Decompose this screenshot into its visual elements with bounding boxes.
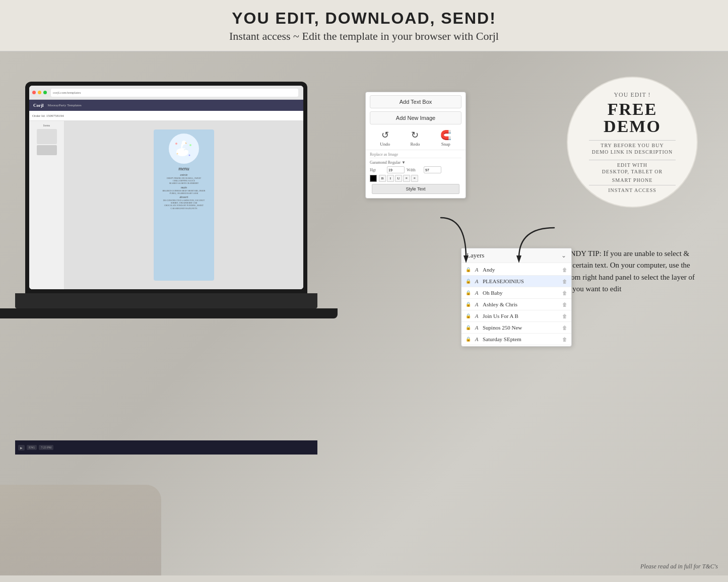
demo-you-edit: YOU EDIT ! [614,91,650,99]
demo-instant: INSTANT ACCESS [608,187,656,193]
handy-tip: HANDY TIP: If you are unable to select &… [559,248,700,295]
underline-button[interactable]: U [395,175,402,182]
panel-icons-row: ↺ Undo ↻ Redo 🧲 Snap [366,126,466,150]
snap-icon[interactable]: 🧲 [440,130,451,141]
undo-icon[interactable]: ↺ [381,130,389,141]
corjl-canvas-area[interactable]: menu entrée CRISPY PEKING DUCK ROLL, SWE… [64,121,303,289]
taskbar: ▶ ENG 7:23 PM [15,440,317,455]
add-new-image-button[interactable]: Add New Image [370,111,461,124]
snap-item: 🧲 Snap [440,130,451,147]
demo-free: FREE [608,101,657,118]
corjl-toolbar: Order Id: 1509758194 [29,111,303,121]
swan-circle [169,134,199,164]
panel-size-row: Hgt Wdth [370,166,461,173]
demo-link: DEMO LINK IN DESCRIPTION [592,149,673,155]
layer-delete-icon[interactable]: 🗑 [562,325,567,331]
layer-item-ashleychris[interactable]: 🔒 A Ashley & Chris 🗑 [461,299,571,310]
laptop-bottom [0,308,338,318]
redo-item: ↻ Redo [410,130,420,147]
demo-circle: YOU EDIT ! FREE DEMO TRY BEFORE YOU BUY … [567,77,698,208]
size-label: Hgt [370,168,385,172]
panel-editor-section: Replace as Image Garamond Regular ▼ Hgt … [366,150,466,198]
redo-icon[interactable]: ↻ [411,130,419,141]
layer-type-text: A [474,278,480,284]
layer-item-ohbaby[interactable]: 🔒 A Oh Baby 🗑 [461,287,571,299]
laptop-screen-inner: corjl.com/templates Corjl MoorayParty Te… [29,86,303,289]
italic-button[interactable]: I [387,175,394,182]
layer-lock-icon: 🔒 [466,313,471,318]
panel-color-row: B I U ≡ ≡ [370,175,461,182]
height-input[interactable] [387,166,405,173]
demo-divider-1 [589,140,676,141]
layer-name-ashleychris: Ashley & Chris [483,301,559,307]
browser-chrome: corjl.com/templates [29,86,303,100]
sidebar-thumbnail [37,129,57,144]
layer-lock-icon: 🔒 [466,302,471,307]
layer-delete-icon[interactable]: 🗑 [562,267,567,273]
hand-area [0,485,161,575]
layer-item-pleasejoin[interactable]: 🔒 A PLEASEJOINIUS 🗑 [461,276,571,287]
svg-marker-7 [464,255,469,263]
laptop-container: corjl.com/templates Corjl MoorayParty Te… [15,82,348,455]
layer-item-andy[interactable]: 🔒 A Andy 🗑 [461,264,571,276]
layer-name-ohbaby: Oh Baby [483,290,559,296]
handy-tip-text: HANDY TIP: If you are unable to select &… [559,249,695,293]
menu-dessert: dessert [180,196,188,199]
corjl-top-bar: Corjl MoorayParty Templates [29,100,303,111]
layer-delete-icon[interactable]: 🗑 [562,302,567,307]
bold-button[interactable]: B [379,175,386,182]
layer-lock-icon: 🔒 [466,267,471,272]
layer-lock-icon: 🔒 [466,325,471,330]
browser-dot-red[interactable] [32,91,36,94]
align-center-button[interactable]: ≡ [411,175,418,182]
corjl-logo: Corjl [33,103,44,108]
corjl-sidebar: Items [29,121,64,289]
layer-delete-icon[interactable]: 🗑 [562,290,567,296]
demo-divider-3 [589,185,676,185]
width-input[interactable] [424,166,441,173]
browser-dot-yellow[interactable] [38,91,41,94]
layer-type-text: A [474,336,480,342]
toolbar-item-file[interactable]: Order Id: 1509758194 [32,114,64,118]
layer-item-joinusforab[interactable]: 🔒 A Join Us For A B 🗑 [461,310,571,322]
layer-item-saturday[interactable]: 🔒 A Saturday SEptem 🗑 [461,334,571,345]
taskbar-item-1[interactable]: ▶ [18,445,25,450]
align-left-button[interactable]: ≡ [403,175,410,182]
browser-url-bar[interactable]: corjl.com/templates [51,89,298,97]
layer-delete-icon[interactable]: 🗑 [562,313,567,319]
layer-type-text: A [474,267,480,273]
menu-main-items: BRAISED GUINNESS BEEF SHORT RIB, ONIONPU… [162,189,205,195]
browser-dot-green[interactable] [43,91,47,94]
layer-item-supinos[interactable]: 🔒 A Supinos 250 New 🗑 [461,322,571,334]
laptop-base [15,293,317,308]
layers-chevron-icon[interactable]: ⌄ [561,252,566,260]
laptop-area: corjl.com/templates Corjl MoorayParty Te… [0,51,353,575]
layer-delete-icon[interactable]: 🗑 [562,279,567,284]
svg-point-4 [189,144,191,146]
layer-type-text: A [474,290,480,296]
laptop-screen: corjl.com/templates Corjl MoorayParty Te… [25,82,307,293]
style-text-button[interactable]: Style Text [372,184,459,194]
layer-lock-icon: 🔒 [466,337,471,342]
taskbar-item-2[interactable]: ENG [27,445,37,450]
panel-replace-image: Replace as Image [370,152,461,158]
layer-name-supinos: Supinos 250 New [483,325,559,331]
arrow-panel-to-layers [436,213,476,265]
menu-entree-items: CRISPY PEKING DUCK ROLL, SWEETCHILLI DIP… [167,177,202,185]
taskbar-item-time: 7:23 PM [39,445,53,450]
layer-name-andy: Andy [483,267,559,273]
format-buttons: B I U ≡ ≡ [379,175,418,182]
layer-name-pleasejoin: PLEASEJOINIUS [483,278,559,284]
sub-title: Instant access ~ Edit the template in yo… [0,30,728,43]
demo-try: TRY BEFORE YOU BUY [601,143,664,148]
demo-edit-with: EDIT WITH [617,162,647,168]
sidebar-item-small: Items [31,123,62,128]
main-title: YOU EDIT, DOWNLOAD, SEND! [0,9,728,28]
layer-type-text: A [474,325,480,331]
top-banner: YOU EDIT, DOWNLOAD, SEND! Instant access… [0,0,728,51]
corjl-main: Items [29,121,303,289]
disclaimer: Please read ad in full for T&C's [640,563,718,570]
add-text-box-button[interactable]: Add Text Box [370,95,461,108]
layer-delete-icon[interactable]: 🗑 [562,337,567,342]
color-swatch[interactable] [370,175,377,182]
